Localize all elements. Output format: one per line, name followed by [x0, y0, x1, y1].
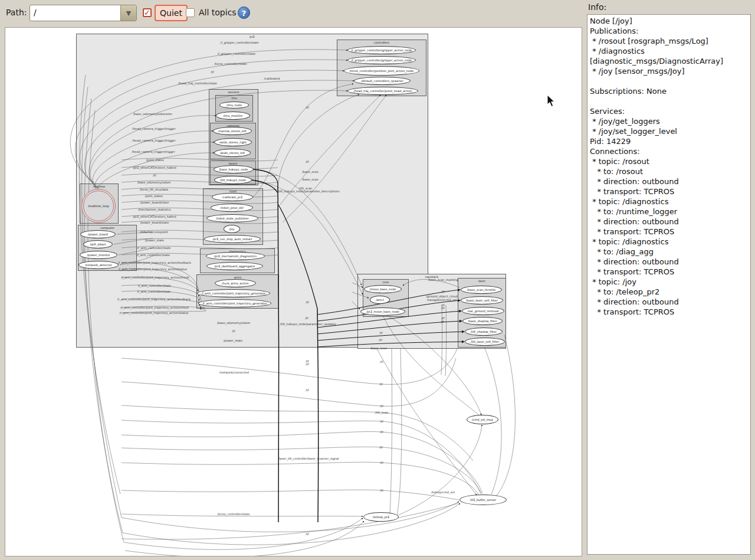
quiet-checkbox[interactable]: ✓ [143, 8, 152, 17]
node-label: /sac_ground_removal [467, 309, 498, 313]
graph-node-pr2-mechanism-diagnostics[interactable]: /pr2_mechanism_diagnostics [206, 252, 265, 260]
edge-label: /head_camera_trigger/trigger [132, 127, 176, 130]
node-label: /robot_pose_ekf [220, 206, 244, 209]
edge-label: /head_traj_controller/state [178, 81, 217, 85]
graph-node-teleop-pr2[interactable]: /teleop_pr2 [363, 512, 399, 522]
info-text[interactable]: Node [/joy] Publications: * /rosout [ros… [587, 14, 751, 555]
node-label: /imu_monitor [223, 114, 242, 117]
mouse-cursor [547, 94, 556, 107]
graph-node-move-base-node[interactable]: /move_base_node [364, 285, 402, 293]
edge-label: /tf [305, 316, 308, 320]
edge-label: /ddwrt/accesspoint [140, 230, 168, 234]
graph-node-base-laser-self-filter[interactable]: /base_laser_self_filter [461, 296, 503, 304]
node-label: /base_hokuyo_node [219, 168, 248, 171]
edge-label: /power_board/state [140, 221, 169, 224]
graph-canvas[interactable]: pr2navstackcontrollerssensorsimucamerasl… [5, 27, 582, 556]
quiet-label[interactable]: Quiet [155, 5, 188, 21]
node-label: /wide_stereo_left [220, 151, 245, 155]
graph-node-imu-monitor[interactable]: /imu_monitor [216, 112, 250, 120]
node-label: /base_laser_self_filter [466, 299, 498, 302]
graph-node-tilt-shadow-filter[interactable]: /tilt_shadow_filter [465, 328, 503, 336]
edge-label: /tf [306, 388, 308, 392]
edge-label: /torso_lift_imu/data [140, 188, 168, 191]
edge-label: /power_state [145, 238, 164, 242]
graph-node-narrow-stereo-left[interactable]: /narrow_stereo_left [213, 127, 252, 135]
graph-node-head-traj-controller-point-head-action[interactable]: /head_traj_controller/point_head_action [347, 87, 418, 95]
node-label: /cmd_vel_mux [472, 418, 493, 421]
edge-label: /laser_tilt_controller/laser_scanner_sig… [278, 457, 339, 460]
node-label: /amcl [376, 298, 384, 302]
edge-label: /base_scan [302, 170, 319, 173]
node-label: /base_scan_throttle [467, 288, 496, 292]
node-label: /tf2_buffer_server [470, 498, 496, 502]
graph-node-power-monitor[interactable]: /power_monitor [80, 251, 117, 259]
edge-label: /base_odometry/odometer [133, 112, 172, 116]
help-button[interactable]: ? [238, 6, 250, 19]
node-label: /network_detector [85, 263, 112, 267]
combobox-dropdown-button[interactable]: ▼ [120, 5, 136, 21]
graph-node-imu-node[interactable]: /imu_node [219, 101, 249, 109]
graph-node-tf2-buffer-server[interactable]: /tf2_buffer_server [459, 494, 507, 505]
node-label: /r_gripper_controller/gripper_action_nod… [351, 48, 412, 52]
node-label: /joy [229, 227, 234, 231]
edge-label: /r_gripper_controller/state [220, 41, 258, 44]
graph-node-tilt-hokuyo-node[interactable]: /tilt_hokuyo_node [214, 176, 252, 184]
edge-label: /r_arm_controller/state [137, 246, 171, 250]
edge-label: /base_odometry/odom [137, 181, 170, 184]
rxgraph-window: { "toolbar": { "path_label": "Path:", "p… [0, 0, 755, 560]
graph-node-amcl[interactable]: /amcl [370, 296, 390, 304]
edge-label: /mechanism_statistics [138, 208, 170, 211]
edge-label: /power_state [224, 339, 242, 342]
graph-node-tuck-arms-action[interactable]: /tuck_arms_action [215, 279, 256, 287]
edge-label: /l_gripper_controller/state [218, 52, 255, 55]
node-label: /teleop_pr2 [373, 515, 389, 519]
graph-node-cmd-vel-mux[interactable]: /cmd_vel_mux [467, 415, 498, 424]
graph-node-default-controllers-spawner[interactable]: /default_controllers_spawner [354, 77, 411, 85]
edge-label: /power_board/state [140, 201, 169, 204]
graph-node-network-detector[interactable]: /network_detector [78, 261, 119, 269]
graph-node-wide-stereo-right[interactable]: /wide_stereo_right [214, 138, 252, 146]
graph-node-base-shadow-filter[interactable]: /base_shadow_filter [462, 317, 503, 325]
info-panel-title: Info: [588, 2, 606, 12]
edge-label: /base_scan [302, 178, 319, 181]
edge-label: /base_scan_marking [428, 278, 458, 281]
graph-node-l-gripper-controller-gripper-action-node[interactable]: /l_gripper_controller/gripper_action_nod… [347, 56, 416, 64]
graph-node-base-hokuyo-node[interactable]: /base_hokuyo_node [214, 165, 254, 173]
graph-node-wifi-ddwrt[interactable]: /wifi_ddwrt [83, 240, 113, 248]
node-label: /power_monitor [87, 253, 110, 257]
edge-label: /joint_states [145, 194, 163, 198]
graph-node-r-arm-controller-joint-trajectory-generator[interactable]: /r_arm_controller/joint_trajectory_gener… [198, 299, 271, 307]
edge-label: /torso_controller/state [217, 512, 250, 516]
edge-label: /base_odometry/odom [217, 321, 250, 325]
edge-label: /teleop/cmd_vel [431, 490, 455, 494]
graph-node-torso-controller-position-joint-action-node[interactable]: /torso_controller/position_joint_action_… [344, 66, 419, 76]
path-value[interactable]: / [30, 5, 120, 21]
path-combobox[interactable]: / ▼ [29, 5, 137, 21]
graph-node-robot-state-publisher[interactable]: /robot_state_publisher [206, 214, 258, 222]
edge-label: /tilt_hokuyo_node/parameter_updates [280, 322, 336, 326]
graph-node-power-board[interactable]: /power_board [80, 230, 116, 238]
graph-node-pr2-move-base-node[interactable]: /pr2_move_base_node [360, 307, 405, 316]
node-label: /l_arm_controller/joint_trajectory_gener… [202, 292, 266, 295]
edge-label: /tf [380, 489, 383, 492]
graph-node-robot-pose-ekf[interactable]: /robot_pose_ekf [211, 204, 253, 212]
graph-node-tilt-laser-self-filter[interactable]: /tilt_laser_self_filter [465, 338, 505, 346]
graph-node-calibrate-pr2[interactable]: /calibrate_pr2 [212, 193, 253, 201]
edge-label: /tf [153, 173, 156, 177]
graph-node-pr2-dashboard-aggregator[interactable]: /pr2_dashboard_aggregator [206, 262, 263, 270]
all-topics-checkbox[interactable] [186, 8, 195, 17]
edge-label: /joint_states [146, 158, 164, 162]
graph-node-l-arm-controller-joint-trajectory-generator[interactable]: /l_arm_controller/joint_trajectory_gener… [197, 289, 270, 297]
graph-node-r-gripper-controller-gripper-action-node[interactable]: /r_gripper_controller/gripper_action_nod… [347, 46, 416, 54]
edge-label: /base_scan [370, 346, 387, 350]
graph-node-base-scan-throttle[interactable]: /base_scan_throttle [461, 286, 502, 294]
graph-node-sac-ground-removal[interactable]: /sac_ground_removal [462, 307, 504, 315]
graph-node-realtime-loop[interactable]: /realtime_loop [81, 189, 116, 223]
node-label: /pr2_move_base_node [366, 310, 399, 313]
all-topics-label[interactable]: All topics [199, 8, 237, 17]
graph-node-wide-stereo-left[interactable]: /wide_stereo_left [214, 149, 251, 157]
node-label: /calibrate_pr2 [222, 195, 243, 199]
graph-node-joy[interactable]: /joy [224, 225, 240, 233]
edge-label: /head_camera_trigger/trigger [132, 139, 176, 142]
graph-node-pr2-run-stop-auto-restart[interactable]: /pr2_run_stop_auto_restart [204, 235, 261, 243]
